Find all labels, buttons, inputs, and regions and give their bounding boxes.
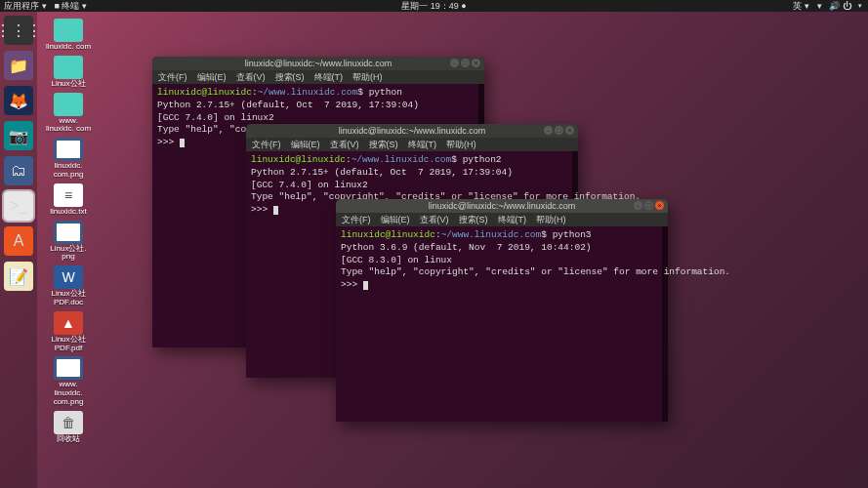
window-titlebar[interactable]: linuxidc@linuxidc:~/www.linuxidc.com ‑ □… <box>336 199 668 213</box>
desktop-icon-label: 回收站 <box>57 435 80 444</box>
menu-view[interactable]: 查看(V) <box>420 214 449 226</box>
folder-icon <box>54 56 83 79</box>
window-title: linuxidc@linuxidc:~/www.linuxidc.com <box>245 59 392 68</box>
input-method-indicator[interactable]: 英 ▾ <box>793 0 809 13</box>
top-menu-bar: 应用程序 ▾ ■ 终端 ▾ 星期一 19：49 ● 英 ▾ ▾ 🔊 ⏻ ▾ <box>0 0 868 12</box>
desktop-icon[interactable]: linuxidc. com <box>43 18 94 53</box>
desktop-icon[interactable]: www. linuxidc. com <box>43 92 94 136</box>
desktop-icon[interactable]: Linux公社 <box>43 55 94 90</box>
window-title: linuxidc@linuxidc:~/www.linuxidc.com <box>429 201 575 211</box>
terminal-window-3[interactable]: linuxidc@linuxidc:~/www.linuxidc.com ‑ □… <box>336 199 668 422</box>
menu-terminal[interactable]: 终端(T) <box>314 71 344 84</box>
menu-terminal[interactable]: 终端(T) <box>498 214 527 226</box>
img-icon <box>54 221 83 244</box>
menu-file[interactable]: 文件(F) <box>342 214 371 226</box>
system-menu-chevron[interactable]: ▾ <box>856 2 864 10</box>
terminal-menubar: 文件(F) 编辑(E) 查看(V) 搜索(S) 终端(T) 帮助(H) <box>246 138 578 151</box>
desktop-icon-label: Linux公社 PDF.doc <box>44 290 93 307</box>
menu-search[interactable]: 搜索(S) <box>369 139 398 151</box>
show-applications-icon[interactable]: ⋮⋮⋮ <box>4 16 33 45</box>
window-title: linuxidc@linuxidc:~/www.linuxidc.com <box>339 126 485 136</box>
text-editor-icon[interactable]: 📝 <box>4 262 33 291</box>
txt-icon: ≡ <box>54 183 83 207</box>
menu-edit[interactable]: 编辑(E) <box>291 139 320 151</box>
trash-icon: 🗑 <box>54 411 83 434</box>
window-titlebar[interactable]: linuxidc@linuxidc:~/www.linuxidc.com ‑ □… <box>152 57 484 70</box>
nautilus-icon[interactable]: 🗂 <box>4 156 33 185</box>
power-icon[interactable]: ⏻ <box>843 1 850 11</box>
close-button[interactable]: × <box>565 126 574 135</box>
menu-view[interactable]: 查看(V) <box>236 71 266 84</box>
doc-icon: W <box>54 265 83 289</box>
minimize-button[interactable]: ‑ <box>634 201 642 210</box>
desktop-icon-label: linuxidc. com.png <box>44 162 93 180</box>
desktop-icon[interactable]: www. linuxidc. com.png <box>43 355 94 407</box>
pdf-icon: ▲ <box>54 311 83 335</box>
desktop-icon-label: www. linuxidc. com.png <box>44 381 93 406</box>
minimize-button[interactable]: ‑ <box>450 59 459 67</box>
volume-icon[interactable]: 🔊 <box>829 1 837 11</box>
launcher-dock: ⋮⋮⋮ 📁 🦊 📷 🗂 >_ A 📝 <box>0 12 37 488</box>
desktop-icon-label: linuxidc.txt <box>50 208 86 217</box>
desktop-icon[interactable]: WLinux公社 PDF.doc <box>43 264 94 308</box>
menu-view[interactable]: 查看(V) <box>330 139 359 151</box>
menu-file[interactable]: 文件(F) <box>252 139 281 151</box>
terminal-menubar: 文件(F) 编辑(E) 查看(V) 搜索(S) 终端(T) 帮助(H) <box>336 213 668 226</box>
img-icon <box>54 138 83 161</box>
menu-search[interactable]: 搜索(S) <box>275 71 305 84</box>
firefox-icon[interactable]: 🦊 <box>4 86 33 115</box>
desktop-icon-label: Linux公社. png <box>44 245 93 263</box>
menu-terminal[interactable]: 终端(T) <box>408 139 437 151</box>
terminal-output[interactable]: linuxidc@linuxidc:~/www.linuxidc.com$ py… <box>336 226 668 422</box>
menu-file[interactable]: 文件(F) <box>158 71 187 84</box>
maximize-button[interactable]: □ <box>644 201 653 210</box>
close-button[interactable]: × <box>472 59 480 67</box>
software-center-icon[interactable]: A <box>4 226 33 256</box>
clock[interactable]: 星期一 19：49 ● <box>401 0 466 13</box>
network-icon[interactable]: ▾ <box>815 1 823 11</box>
screenshot-icon[interactable]: 📷 <box>4 121 33 150</box>
menu-edit[interactable]: 编辑(E) <box>197 71 227 84</box>
maximize-button[interactable]: □ <box>461 59 470 67</box>
active-app-menu[interactable]: ■ 终端 ▾ <box>55 0 87 13</box>
desktop-icons: linuxidc. comLinux公社www. linuxidc. comli… <box>43 18 94 445</box>
img-icon <box>54 356 83 380</box>
terminal-icon[interactable]: >_ <box>4 191 33 221</box>
close-button[interactable]: × <box>655 201 664 210</box>
desktop-icon[interactable]: ≡linuxidc.txt <box>43 183 94 218</box>
desktop-icon[interactable]: linuxidc. com.png <box>43 137 94 181</box>
menu-help[interactable]: 帮助(H) <box>536 214 566 226</box>
menu-search[interactable]: 搜索(S) <box>459 214 488 226</box>
files-icon[interactable]: 📁 <box>4 51 33 80</box>
desktop-icon[interactable]: Linux公社. png <box>43 220 94 264</box>
desktop-icon[interactable]: 🗑回收站 <box>43 410 94 445</box>
menu-help[interactable]: 帮助(H) <box>446 139 476 151</box>
folder-icon <box>54 19 83 42</box>
window-titlebar[interactable]: linuxidc@linuxidc:~/www.linuxidc.com ‑ □… <box>246 124 578 138</box>
folder-icon <box>54 93 83 116</box>
desktop-icon-label: Linux公社 <box>51 80 85 89</box>
menu-help[interactable]: 帮助(H) <box>352 71 383 84</box>
desktop-icon-label: www. linuxidc. com <box>44 117 93 135</box>
menu-edit[interactable]: 编辑(E) <box>381 214 410 226</box>
desktop-icon-label: Linux公社 PDF.pdf <box>44 336 93 353</box>
desktop-icon[interactable]: ▲Linux公社 PDF.pdf <box>43 310 94 354</box>
terminal-menubar: 文件(F) 编辑(E) 查看(V) 搜索(S) 终端(T) 帮助(H) <box>152 70 484 84</box>
desktop-icon-label: linuxidc. com <box>46 43 91 52</box>
maximize-button[interactable]: □ <box>555 126 563 135</box>
minimize-button[interactable]: ‑ <box>544 126 553 135</box>
apps-menu[interactable]: 应用程序 ▾ <box>4 0 47 13</box>
